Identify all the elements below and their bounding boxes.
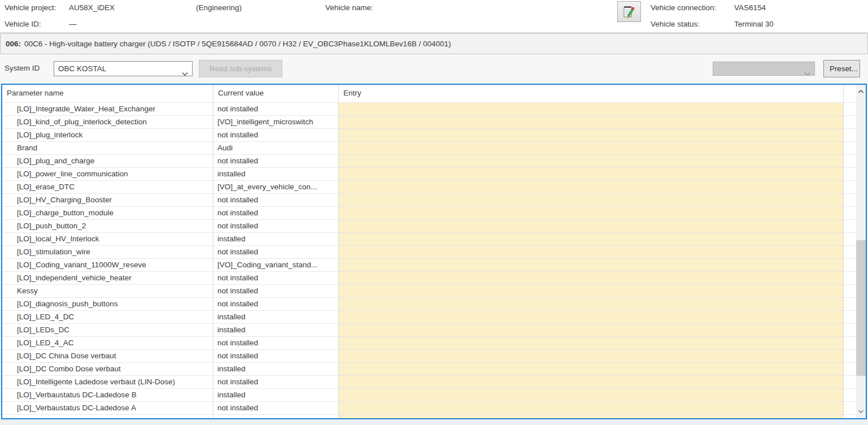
cell-entry[interactable] bbox=[339, 415, 844, 419]
table-row[interactable]: [LO]_DC Combo Dose verbaut installed bbox=[2, 362, 866, 375]
cell-current-value: [VO]_intelligent_microswitch bbox=[213, 116, 339, 128]
table-row[interactable]: [LO]_Intelligente Ladedose verbaut (LIN-… bbox=[2, 375, 866, 388]
table-row[interactable]: [LO]_plug_and_charge not installed bbox=[2, 154, 866, 167]
table-row[interactable]: [LO]_Verbaustatus DC-Ladedose B installe… bbox=[2, 388, 866, 401]
column-header-parameter-name[interactable]: Parameter name bbox=[2, 85, 213, 102]
table-row[interactable]: [LO]_kind_of_plug_interlock_detection [V… bbox=[2, 115, 866, 128]
table-row[interactable]: [LO]_push_button_2 not installed bbox=[2, 219, 866, 232]
table-row[interactable]: [LO]_erase_DTC [VO]_at_every_vehicle_con… bbox=[2, 180, 866, 193]
cell-current-value: not installed bbox=[213, 402, 339, 414]
chevron-down-icon bbox=[804, 67, 810, 76]
chevron-down-icon bbox=[182, 67, 188, 76]
cell-parameter-name: [LO]_stimulation_wire bbox=[2, 246, 213, 258]
system-toolbar: System ID OBC KOSTAL Read sub-systems Pr… bbox=[0, 54, 868, 84]
vehicle-project-value: AU58X_iDEX bbox=[69, 3, 115, 12]
cell-parameter-name: Brand bbox=[2, 142, 213, 154]
cell-entry[interactable] bbox=[339, 194, 844, 206]
scrollbar-thumb[interactable] bbox=[856, 240, 866, 376]
table-row[interactable]: [LO]_charge_button_module not installed bbox=[2, 206, 866, 219]
cell-entry[interactable] bbox=[339, 285, 844, 297]
table-row[interactable]: [LO]_LED_4_AC not installed bbox=[2, 336, 866, 349]
table-row[interactable]: [LO]_Verbaustatus DC-Ladedose A not inst… bbox=[2, 401, 866, 414]
cell-entry[interactable] bbox=[339, 363, 844, 375]
cell-entry[interactable] bbox=[339, 116, 844, 128]
table-row[interactable]: [LO]_power_line_communication installed bbox=[2, 167, 866, 180]
vehicle-id-value: — bbox=[69, 20, 77, 28]
cell-current-value: not installed bbox=[213, 129, 339, 141]
scroll-up-icon[interactable] bbox=[857, 88, 865, 96]
table-row[interactable]: [LO]_DC China Dose verbaut not installed bbox=[2, 349, 866, 362]
scroll-down-icon[interactable] bbox=[857, 407, 865, 415]
cell-entry[interactable] bbox=[339, 376, 844, 388]
cell-current-value: installed bbox=[213, 389, 339, 401]
system-id-dropdown[interactable]: OBC KOSTAL bbox=[54, 61, 193, 76]
cell-entry[interactable] bbox=[339, 233, 844, 245]
cell-entry[interactable] bbox=[339, 311, 844, 323]
cell-entry[interactable] bbox=[339, 129, 844, 141]
cell-parameter-name: [LO]_plug_interlock bbox=[2, 129, 213, 141]
cell-current-value: not installed bbox=[213, 220, 339, 232]
table-row[interactable]: [LO]_Coding_variant_11000W_reseve [VO]_C… bbox=[2, 258, 866, 271]
cell-entry[interactable] bbox=[339, 103, 844, 115]
cell-entry[interactable] bbox=[339, 168, 844, 180]
cell-current-value: not installed bbox=[213, 246, 339, 258]
table-row[interactable]: [LO]_Integratde_Water_Heat_Exchanger not… bbox=[2, 102, 866, 115]
vehicle-connection-value: VAS6154 bbox=[734, 3, 766, 12]
preset-button[interactable]: Preset... bbox=[823, 60, 860, 77]
cell-parameter-name: [LO]_Integratde_Water_Heat_Exchanger bbox=[2, 103, 213, 115]
cell-entry[interactable] bbox=[339, 207, 844, 219]
vehicle-project-label: Vehicle project: bbox=[5, 3, 56, 12]
table-row[interactable]: [LO]_diagnosis_push_buttons not installe… bbox=[2, 297, 866, 310]
cell-parameter-name: [LO]_HV_Charging_Booster bbox=[2, 194, 213, 206]
cell-current-value: Audi bbox=[213, 142, 339, 154]
cell-current-value: not installed bbox=[213, 272, 339, 284]
table-row[interactable]: [LO]_LED_4_DC installed bbox=[2, 310, 866, 323]
cell-entry[interactable] bbox=[339, 350, 844, 362]
ecu-title-bar: 006:00C6 - High-voltage battery charger … bbox=[0, 33, 868, 54]
vertical-scrollbar[interactable] bbox=[856, 85, 866, 418]
table-row[interactable]: [LO]_independent_vehicle_heater not inst… bbox=[2, 271, 866, 284]
cell-entry[interactable] bbox=[339, 181, 844, 193]
cell-parameter-name: [LO]_DC China Dose verbaut bbox=[2, 350, 213, 362]
cell-entry[interactable] bbox=[339, 324, 844, 336]
cell-current-value: not installed bbox=[213, 337, 339, 349]
cell-parameter-name: [LO]_independent_vehicle_heater bbox=[2, 272, 213, 284]
column-header-entry[interactable]: Entry bbox=[339, 85, 844, 102]
read-sub-systems-button[interactable]: Read sub-systems bbox=[199, 60, 282, 77]
cell-entry[interactable] bbox=[339, 389, 844, 401]
table-row[interactable]: [LO]_local_HV_Interlock installed bbox=[2, 232, 866, 245]
cell-parameter-name: [LO]_power_line_communication bbox=[2, 168, 213, 180]
table-row[interactable]: [LO]_stimulation_wire not installed bbox=[2, 245, 866, 258]
cell-current-value: installed bbox=[213, 363, 339, 375]
preset-dropdown[interactable] bbox=[713, 62, 815, 76]
engineering-label: (Engineering) bbox=[196, 3, 242, 12]
table-row[interactable]: [LO]_Tastbeleuchtung Dose B not installe… bbox=[2, 414, 866, 419]
vehicle-status-value: Terminal 30 bbox=[734, 20, 774, 28]
cell-current-value: not installed bbox=[213, 103, 339, 115]
cell-entry[interactable] bbox=[339, 246, 844, 258]
table-row[interactable]: Kessy not installed bbox=[2, 284, 866, 297]
cell-parameter-name: [LO]_kind_of_plug_interlock_detection bbox=[2, 116, 213, 128]
table-row[interactable]: [LO]_plug_interlock not installed bbox=[2, 128, 866, 141]
cell-entry[interactable] bbox=[339, 337, 844, 349]
cell-entry[interactable] bbox=[339, 155, 844, 167]
cell-current-value: installed bbox=[213, 233, 339, 245]
cell-entry[interactable] bbox=[339, 259, 844, 271]
cell-entry[interactable] bbox=[339, 272, 844, 284]
table-row[interactable]: [LO]_HV_Charging_Booster not installed bbox=[2, 193, 866, 206]
cell-current-value: not installed bbox=[213, 155, 339, 167]
ecu-index: 006: bbox=[6, 40, 21, 48]
table-row[interactable]: [LO]_LEDs_DC installed bbox=[2, 323, 866, 336]
cell-entry[interactable] bbox=[339, 220, 844, 232]
edit-note-button[interactable] bbox=[617, 1, 641, 22]
ecu-description: 00C6 - High-voltage battery charger (UDS… bbox=[24, 40, 451, 48]
cell-current-value: not installed bbox=[213, 376, 339, 388]
cell-current-value: not installed bbox=[213, 207, 339, 219]
cell-entry[interactable] bbox=[339, 402, 844, 414]
cell-entry[interactable] bbox=[339, 142, 844, 154]
column-header-current-value[interactable]: Current value bbox=[213, 85, 339, 102]
table-row[interactable]: Brand Audi bbox=[2, 141, 866, 154]
vehicle-name-label: Vehicle name: bbox=[325, 3, 373, 12]
table-header-row: Parameter name Current value Entry bbox=[2, 85, 866, 102]
cell-entry[interactable] bbox=[339, 298, 844, 310]
